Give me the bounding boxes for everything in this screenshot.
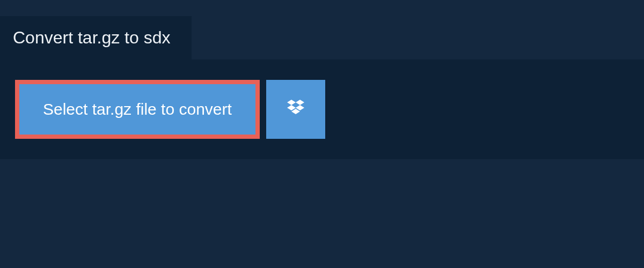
upload-panel: Select tar.gz file to convert	[0, 59, 644, 159]
select-file-label: Select tar.gz file to convert	[43, 100, 232, 118]
tab-header: Convert tar.gz to sdx	[0, 16, 192, 59]
dropbox-button[interactable]	[266, 80, 325, 139]
page-title: Convert tar.gz to sdx	[13, 28, 170, 48]
select-file-button[interactable]: Select tar.gz file to convert	[15, 80, 260, 139]
dropbox-icon	[285, 98, 306, 121]
